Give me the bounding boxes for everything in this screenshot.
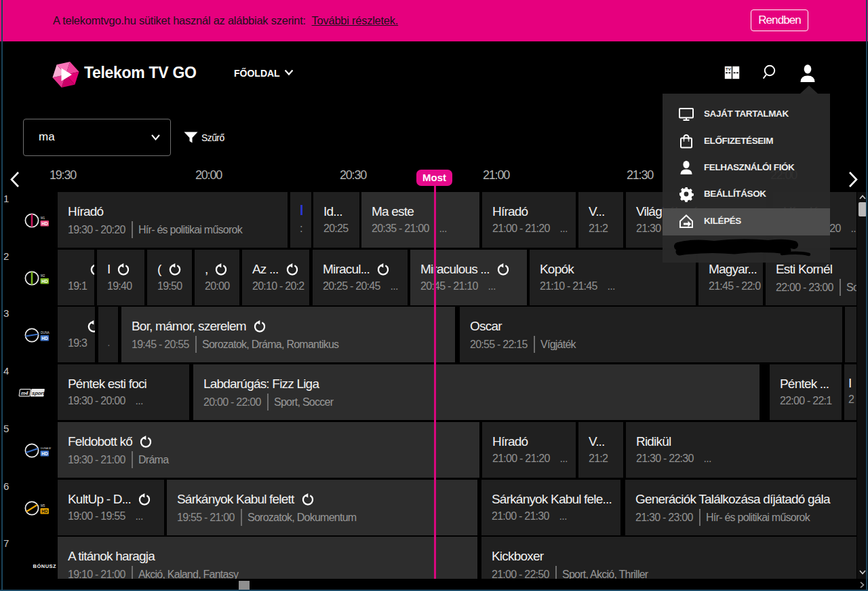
svg-text:DUNA W: DUNA W (41, 447, 52, 450)
svg-text:HD: HD (41, 221, 48, 226)
svg-text:HD: HD (41, 279, 48, 284)
svg-text:m4: m4 (20, 390, 29, 396)
svg-text:HD: HD (41, 509, 48, 514)
svg-text:M1: M1 (41, 216, 45, 220)
svg-text:HD: HD (41, 451, 48, 456)
svg-text:M2: M2 (41, 274, 45, 278)
svg-text:TV: TV (726, 67, 731, 71)
svg-text:BÓNUSZ: BÓNUSZ (33, 563, 57, 569)
svg-text:HD: HD (41, 336, 48, 341)
svg-text:sport: sport (32, 390, 45, 396)
svg-text:M5: M5 (41, 504, 45, 508)
svg-text:DUNA: DUNA (41, 331, 50, 335)
